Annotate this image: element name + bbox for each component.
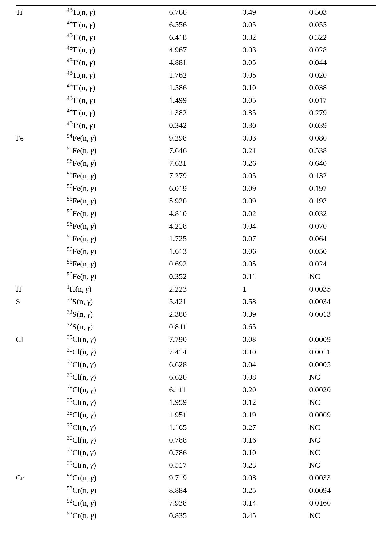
reaction-notation: (n,: [80, 436, 90, 444]
reaction-cell: 56Fe(n, γ): [67, 257, 169, 270]
value1-cell: 0.58: [242, 295, 309, 308]
table-row: 48Ti(n, γ)6.5560.050.055: [16, 18, 376, 31]
element-cell: H: [16, 283, 67, 295]
value1-cell: 0.08: [242, 333, 309, 346]
reaction-notation-close: ): [94, 511, 96, 520]
reaction-cell: 48Ti(n, γ): [67, 69, 169, 81]
gamma-symbol: γ: [91, 247, 94, 255]
value1-cell: 0.49: [242, 6, 309, 18]
table-row: 48Ti(n, γ)0.3420.300.039: [16, 119, 376, 132]
reaction-notation-close: ): [92, 58, 95, 67]
gamma-symbol: γ: [87, 297, 90, 306]
value2-cell: NC: [309, 509, 376, 522]
energy-cell: 0.786: [169, 446, 242, 459]
reaction-notation: (n,: [80, 448, 90, 457]
value1-cell: 0.04: [242, 358, 309, 371]
reaction-cell: 1H(n, γ): [67, 283, 169, 295]
reaction-cell: 35Cl(n, γ): [67, 421, 169, 434]
energy-cell: 7.790: [169, 333, 242, 346]
table-row: 48Ti(n, γ)4.9670.030.028: [16, 44, 376, 56]
reaction-notation-close: ): [94, 222, 96, 230]
table-row: 48Ti(n, γ)6.4180.320.322: [16, 31, 376, 44]
reaction-notation: (n,: [80, 410, 90, 419]
isotope-symbol: Cl: [72, 410, 80, 419]
energy-cell: 0.342: [169, 119, 242, 132]
value1-cell: 0.39: [242, 308, 309, 320]
value1-cell: 0.65: [242, 320, 309, 333]
reaction-notation: (n,: [79, 83, 90, 92]
isotope-symbol: Cl: [72, 335, 80, 343]
element-cell: Cl: [16, 333, 67, 346]
element-cell: [16, 106, 67, 119]
table-row: 56Fe(n, γ)1.6130.060.050: [16, 245, 376, 257]
value2-cell: NC: [309, 434, 376, 446]
energy-cell: 2.380: [169, 308, 242, 320]
gamma-symbol: γ: [87, 322, 90, 331]
energy-cell: 4.218: [169, 220, 242, 232]
value1-cell: 0.02: [242, 207, 309, 220]
value1-cell: 0.05: [242, 56, 309, 69]
energy-cell: 7.414: [169, 346, 242, 358]
isotope-symbol: Cl: [72, 360, 80, 369]
mass-number: 56: [67, 246, 72, 252]
element-cell: [16, 232, 67, 245]
reaction-notation-close: ): [94, 146, 96, 155]
energy-cell: 0.692: [169, 257, 242, 270]
reaction-notation: (n,: [80, 133, 91, 142]
reaction-cell: 48Ti(n, γ): [67, 119, 169, 132]
isotope-symbol: Cr: [72, 473, 80, 482]
gamma-symbol: γ: [90, 108, 93, 117]
reaction-notation-close: ): [90, 297, 93, 306]
table-row: 53Cr(n, γ)8.8840.250.0094: [16, 484, 376, 497]
value1-cell: 0.11: [242, 270, 309, 283]
reaction-cell: 53Cr(n, γ): [67, 509, 169, 522]
value2-cell: [309, 320, 376, 333]
reaction-cell: 48Ti(n, γ): [67, 81, 169, 94]
reaction-notation-close: ): [92, 83, 95, 92]
energy-cell: 1.499: [169, 94, 242, 106]
reaction-notation-close: ): [93, 436, 96, 444]
reaction-notation: (n,: [80, 272, 91, 281]
element-cell: [16, 257, 67, 270]
energy-cell: 6.556: [169, 18, 242, 31]
value2-cell: 0.0005: [309, 358, 376, 371]
reaction-notation: (n,: [80, 209, 91, 218]
isotope-symbol: Cl: [72, 373, 80, 381]
reaction-notation: (n,: [79, 33, 90, 41]
mass-number: 1: [67, 284, 70, 290]
reaction-cell: 52Cr(n, γ): [67, 497, 169, 509]
value1-cell: 0.19: [242, 408, 309, 421]
energy-cell: 2.223: [169, 283, 242, 295]
gamma-symbol: γ: [91, 159, 94, 167]
mass-number: 35: [67, 435, 72, 441]
value1-cell: 0.45: [242, 509, 309, 522]
isotope-symbol: Fe: [72, 272, 80, 281]
value2-cell: 0.080: [309, 132, 376, 144]
isotope-symbol: S: [72, 297, 77, 306]
element-cell: [16, 157, 67, 169]
energy-cell: 1.165: [169, 421, 242, 434]
value2-cell: 0.064: [309, 232, 376, 245]
reaction-cell: 35Cl(n, γ): [67, 408, 169, 421]
value1-cell: 0.05: [242, 169, 309, 182]
element-cell: [16, 459, 67, 471]
gamma-symbol: γ: [91, 498, 94, 507]
table-row: S32S(n, γ)5.4210.580.0034: [16, 295, 376, 308]
mass-number: 56: [67, 208, 72, 214]
gamma-symbol: γ: [90, 436, 93, 444]
reaction-notation: (n,: [80, 398, 90, 406]
reaction-notation: (n,: [80, 159, 91, 167]
reaction-notation: (n,: [80, 461, 90, 469]
reaction-cell: 32S(n, γ): [67, 320, 169, 333]
reaction-notation-close: ): [93, 373, 96, 381]
energy-cell: 0.352: [169, 270, 242, 283]
gamma-symbol: γ: [90, 398, 93, 406]
reaction-notation-close: ): [92, 20, 95, 29]
element-cell: [16, 371, 67, 383]
energy-cell: 6.111: [169, 383, 242, 396]
table-row: 48Ti(n, γ)4.8810.050.044: [16, 56, 376, 69]
reaction-cell: 35Cl(n, γ): [67, 446, 169, 459]
table-row: 35Cl(n, γ)7.4140.100.0011: [16, 346, 376, 358]
reaction-notation: (n,: [79, 45, 90, 54]
energy-cell: 6.620: [169, 371, 242, 383]
